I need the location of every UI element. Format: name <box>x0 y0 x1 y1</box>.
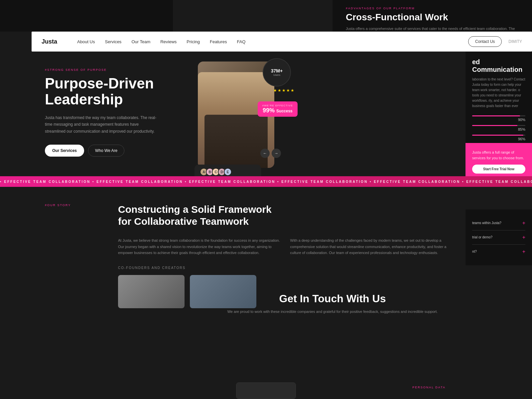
our-services-button[interactable]: Our Services <box>45 145 84 157</box>
progress-label-1: 90% <box>472 118 525 122</box>
ticker-content: • EFFECTIVE TEAM COLLABORATION • EFFECTI… <box>0 180 532 184</box>
hero-heading: Purpose-Driven Leadership <box>45 75 178 108</box>
progress-label-2: 85% <box>472 127 525 131</box>
success-tag: #WE'RE EFFECTIVE <box>262 104 293 107</box>
story-tag: #OUR STORY <box>45 203 111 207</box>
nav-arrows: ← → <box>260 149 281 158</box>
nav-services[interactable]: Services <box>105 39 122 44</box>
progress-fill-2 <box>472 125 517 126</box>
progress-track-3 <box>472 135 525 136</box>
hero-left: #STRONG SENSE OF PURPOSE Purpose-Driven … <box>45 65 178 157</box>
nav-right: Contact Us DIMITY <box>468 36 522 47</box>
nav-faq[interactable]: FAQ <box>237 39 245 44</box>
form-card[interactable] <box>236 382 296 399</box>
faq-plus-3[interactable]: + <box>522 249 525 255</box>
star-1: ★ <box>273 88 277 93</box>
star-5: ★ <box>291 88 294 93</box>
nav-links: About Us Services Our Team Reviews Prici… <box>77 39 468 44</box>
faq-item-2[interactable]: trial or demo? + <box>472 230 525 245</box>
dimity-text: DIMITY <box>508 39 522 44</box>
faq-question-2: trial or demo? <box>472 235 492 240</box>
nav-features[interactable]: Features <box>210 39 227 44</box>
personal-data-label: PERSONAL DATA <box>412 386 446 389</box>
faq-plus-1[interactable]: + <box>522 220 525 226</box>
progress-label-3: 96% <box>472 137 525 141</box>
get-in-touch-section: Get In Touch With Us We are proud to wor… <box>200 283 466 325</box>
prev-arrow[interactable]: ← <box>260 149 270 158</box>
cross-functional-tag: #ADVANTAGES OF OUR PLATFORM <box>346 7 519 10</box>
progress-item-2: 85% <box>472 125 525 131</box>
avatar-5: E <box>224 168 232 176</box>
star-4: ★ <box>286 88 290 93</box>
communication-title: ed Communication <box>472 58 525 73</box>
stars-row: ★ ★ ★ ★ ★ <box>273 88 294 93</box>
faq-panel: teams within Justa? + trial or demo? + n… <box>466 209 532 265</box>
ticker-banner: • EFFECTIVE TEAM COLLABORATION • EFFECTI… <box>0 176 532 187</box>
get-in-touch-desc: We are proud to work with these incredib… <box>209 309 456 315</box>
avatar-row: A B C D E <box>200 168 256 176</box>
progress-bars: 90% 85% 96% <box>472 115 525 141</box>
get-in-touch-title: Get In Touch With Us <box>209 293 456 305</box>
pink-cta-card: Justa offers a full range of services fo… <box>466 143 532 180</box>
nav-pricing[interactable]: Pricing <box>187 39 200 44</box>
communication-panel: ed Communication laboration to the next … <box>466 52 532 148</box>
nav-about[interactable]: About Us <box>77 39 95 44</box>
faq-question-1: teams within Justa? <box>472 221 501 225</box>
pink-cta-text: Justa offers a full range of services fo… <box>472 150 525 161</box>
hero-buttons: Our Services Who We Are <box>45 145 178 157</box>
story-text-1: At Justa, we believe that strong team co… <box>118 237 280 256</box>
communication-desc: laboration to the next level? Contact Ju… <box>472 77 525 109</box>
cross-functional-title: Cross-Functional Work <box>346 12 519 23</box>
stats-circle: 37M+ Users <box>263 58 291 86</box>
navbar: Justa About Us Services Our Team Reviews… <box>32 32 532 52</box>
progress-item-1: 90% <box>472 115 525 122</box>
stats-label: Users <box>273 73 280 76</box>
hero-description: Justa has transformed the way my team co… <box>45 114 158 135</box>
progress-fill-3 <box>472 135 523 136</box>
story-col-2: With a deep understanding of the challen… <box>290 237 453 256</box>
progress-item-3: 96% <box>472 135 525 141</box>
cofounders-label: CO-FOUNDERS AND CREATORS <box>118 266 452 270</box>
nav-reviews[interactable]: Reviews <box>160 39 177 44</box>
hero-tag: #STRONG SENSE OF PURPOSE <box>45 68 178 71</box>
stats-number: 37M+ <box>271 68 283 73</box>
who-we-are-button[interactable]: Who We Are <box>88 145 124 157</box>
story-text-2: With a deep understanding of the challen… <box>290 237 453 256</box>
progress-fill-1 <box>472 115 520 116</box>
founder-photo-1 <box>118 275 185 308</box>
faq-question-3: nt? <box>472 249 477 254</box>
story-columns: At Justa, we believe that strong team co… <box>118 237 452 256</box>
progress-track-2 <box>472 125 525 126</box>
star-3: ★ <box>282 88 286 93</box>
faq-item-1[interactable]: teams within Justa? + <box>472 216 525 230</box>
start-free-trial-button[interactable]: Start Free Trial Now <box>472 165 525 174</box>
story-heading: Constructing a Solid Framework for Colla… <box>118 203 452 227</box>
top-overlay <box>0 0 173 32</box>
hero-phone-mockup: 37M+ Users ★ ★ ★ ★ ★ #WE'RE EFFECTIVE 99… <box>198 62 284 175</box>
next-arrow[interactable]: → <box>272 149 281 158</box>
hero-section: #STRONG SENSE OF PURPOSE Purpose-Driven … <box>32 52 532 178</box>
success-percent: 99% Success <box>262 107 293 114</box>
nav-our-team[interactable]: Our Team <box>131 39 150 44</box>
logo[interactable]: Justa <box>42 38 57 45</box>
story-col-1: At Justa, we believe that strong team co… <box>118 237 280 256</box>
star-2: ★ <box>278 88 281 93</box>
contact-button[interactable]: Contact Us <box>468 36 502 47</box>
faq-item-3[interactable]: nt? + <box>472 245 525 259</box>
success-badge: #WE'RE EFFECTIVE 99% Success <box>258 101 298 117</box>
story-left: #OUR STORY <box>45 203 111 207</box>
faq-plus-2[interactable]: + <box>522 234 525 240</box>
progress-track-1 <box>472 115 525 116</box>
